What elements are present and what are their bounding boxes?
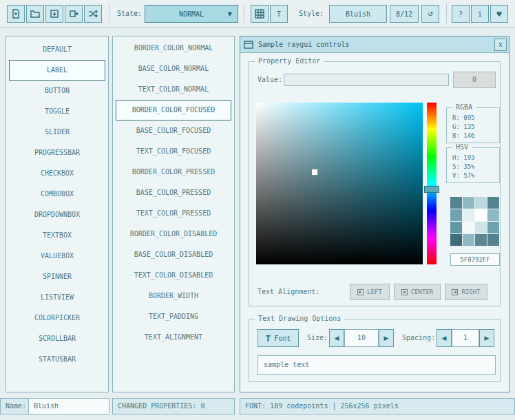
- property-list-item[interactable]: BORDER_COLOR_NORMAL: [116, 38, 231, 59]
- size-decrease-button[interactable]: ◀: [329, 329, 344, 347]
- property-list-item[interactable]: BORDER_WIDTH: [116, 286, 231, 306]
- font-button[interactable]: T Font: [258, 329, 299, 347]
- property-list-item[interactable]: TEXT_ALIGNMENT: [116, 327, 231, 348]
- control-list-item[interactable]: DEFAULT: [9, 39, 105, 60]
- close-button[interactable]: x: [494, 39, 507, 51]
- palette-swatch[interactable]: [463, 234, 474, 246]
- style-name-button[interactable]: Bluish: [329, 5, 387, 23]
- style-name-value: Bluish: [346, 10, 370, 18]
- property-list-item[interactable]: BASE_COLOR_FOCUSED: [116, 120, 231, 141]
- palette-swatch[interactable]: [463, 209, 474, 221]
- palette-swatch[interactable]: [487, 197, 499, 209]
- palette-swatch[interactable]: [487, 209, 499, 221]
- state-label: State:: [117, 0, 142, 28]
- control-list-item[interactable]: COMBOBOX: [9, 184, 105, 204]
- palette-swatch[interactable]: [475, 209, 487, 221]
- control-list-item[interactable]: SCROLLBAR: [9, 328, 105, 349]
- save-style-button[interactable]: [45, 5, 63, 23]
- size-label: Size:: [307, 329, 328, 347]
- hue-value: H: 193: [452, 154, 499, 162]
- control-list-item[interactable]: LISTVIEW: [9, 287, 105, 308]
- control-list-item[interactable]: SPINNER: [9, 266, 105, 287]
- palette-swatch[interactable]: [487, 222, 499, 233]
- palette-swatch[interactable]: [475, 222, 487, 233]
- property-list-item[interactable]: BORDER_COLOR_PRESSED: [116, 162, 231, 182]
- style-cycle-button[interactable]: ↺: [421, 5, 439, 23]
- property-list-item[interactable]: TEXT_COLOR_FOCUSED: [116, 141, 231, 162]
- property-list-item[interactable]: TEXT_COLOR_DISABLED: [116, 265, 231, 286]
- chevron-left-icon: ◀: [442, 335, 447, 342]
- property-list-item[interactable]: TEXT_PADDING: [116, 306, 231, 327]
- spacing-decrease-button[interactable]: ◀: [437, 329, 452, 347]
- shuffle-icon: [88, 9, 98, 19]
- control-list-item[interactable]: SLIDER: [9, 122, 105, 143]
- property-list-item[interactable]: TEXT_COLOR_NORMAL: [116, 79, 231, 100]
- toolbar-separator: [446, 4, 447, 23]
- control-list-item[interactable]: PROGRESSBAR: [9, 143, 105, 163]
- text-preview-button[interactable]: T: [270, 5, 288, 23]
- palette-swatch[interactable]: [475, 197, 487, 209]
- palette-swatch[interactable]: [463, 222, 474, 233]
- property-list-item[interactable]: BORDER_COLOR_DISABLED: [116, 224, 231, 244]
- property-list-item[interactable]: BASE_COLOR_NORMAL: [116, 59, 231, 79]
- control-list-item[interactable]: TEXTBOX: [9, 225, 105, 246]
- control-list-item[interactable]: VALUEBOX: [9, 246, 105, 266]
- hue-bar[interactable]: [427, 103, 437, 264]
- property-list-item[interactable]: BASE_COLOR_DISABLED: [116, 244, 231, 265]
- control-list-item[interactable]: COLORPICKER: [9, 308, 105, 328]
- spacing-increase-button[interactable]: ▶: [479, 329, 494, 347]
- window-title-bar[interactable]: Sample raygui controls x: [240, 36, 509, 53]
- palette-swatch[interactable]: [450, 234, 462, 246]
- size-value-box[interactable]: 10: [344, 329, 379, 347]
- random-style-button[interactable]: [84, 5, 102, 23]
- spacing-label: Spacing:: [402, 329, 435, 347]
- load-style-button[interactable]: [26, 5, 44, 23]
- hex-value-box[interactable]: 5F8792FF: [450, 253, 500, 266]
- property-list-item[interactable]: BORDER_COLOR_FOCUSED: [116, 100, 231, 120]
- green-value: G: 135: [452, 123, 499, 132]
- grid-view-button[interactable]: [251, 5, 269, 23]
- control-list-item[interactable]: BUTTON: [9, 81, 105, 101]
- style-name-input[interactable]: Bluish: [28, 398, 109, 414]
- hue-slider-handle[interactable]: [424, 186, 439, 193]
- main-toolbar: State: NORMAL ▼ T Style: Bluish 8/12 ↺ ?…: [0, 0, 515, 28]
- align-left-label: LEFT: [367, 288, 382, 295]
- control-list-item[interactable]: TOGGLE: [9, 101, 105, 122]
- control-list-item[interactable]: LABEL: [9, 60, 105, 81]
- property-list-item[interactable]: BASE_COLOR_PRESSED: [116, 182, 231, 203]
- color-picker-cursor[interactable]: [312, 169, 317, 175]
- color-picker[interactable]: [256, 103, 423, 264]
- new-file-icon: [11, 9, 21, 19]
- color-grid: [450, 197, 499, 246]
- value-value: V: 57%: [452, 171, 499, 180]
- window-title: Sample raygui controls: [258, 36, 349, 53]
- palette-swatch[interactable]: [463, 197, 474, 209]
- control-list-item[interactable]: CHECKBOX: [9, 163, 105, 184]
- align-left-icon: [357, 289, 364, 295]
- sample-text-input[interactable]: sample text: [258, 355, 496, 375]
- sample-controls-window: Sample raygui controls x Property Editor…: [240, 36, 509, 392]
- control-list-item[interactable]: DROPDOWNBOX: [9, 204, 105, 225]
- palette-swatch[interactable]: [450, 222, 462, 233]
- align-center-button[interactable]: CENTER: [394, 284, 441, 300]
- help-button[interactable]: ?: [452, 5, 470, 23]
- palette-swatch[interactable]: [475, 234, 487, 246]
- value-box[interactable]: 0: [453, 72, 496, 88]
- palette-swatch[interactable]: [450, 197, 462, 209]
- value-slider[interactable]: [284, 74, 449, 86]
- property-list-item[interactable]: TEXT_COLOR_PRESSED: [116, 203, 231, 224]
- size-increase-button[interactable]: ▶: [379, 329, 394, 347]
- align-left-button[interactable]: LEFT: [350, 284, 390, 300]
- new-style-button[interactable]: [7, 5, 25, 23]
- control-list-item[interactable]: STATUSBAR: [9, 349, 105, 370]
- spacing-value-box[interactable]: 1: [452, 329, 479, 347]
- style-label: Style:: [299, 0, 324, 28]
- about-button[interactable]: i: [471, 5, 489, 23]
- palette-swatch[interactable]: [487, 234, 499, 246]
- style-index-button[interactable]: 8/12: [390, 5, 419, 23]
- sponsor-button[interactable]: ♥: [490, 5, 508, 23]
- align-right-button[interactable]: RIGHT: [445, 284, 487, 300]
- palette-swatch[interactable]: [450, 209, 462, 221]
- export-style-button[interactable]: [65, 5, 83, 23]
- state-dropdown[interactable]: NORMAL ▼: [145, 5, 238, 23]
